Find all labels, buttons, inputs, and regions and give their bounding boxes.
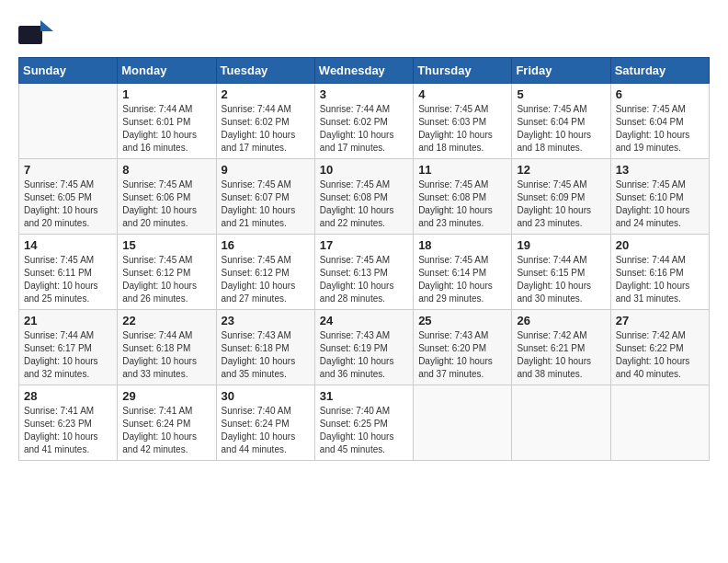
day-info: Sunrise: 7:43 AMSunset: 6:18 PMDaylight:… [222,329,310,381]
calendar-cell: 18Sunrise: 7:45 AMSunset: 6:14 PMDayligh… [414,235,512,310]
day-number: 27 [616,314,704,327]
day-info: Sunrise: 7:45 AMSunset: 6:09 PMDaylight:… [517,178,605,230]
day-header-friday: Friday [512,58,610,84]
day-info: Sunrise: 7:41 AMSunset: 6:23 PMDaylight:… [24,405,112,456]
page-header [18,18,710,48]
day-number: 7 [24,163,112,177]
day-number: 24 [320,314,408,327]
day-number: 21 [24,314,112,327]
day-info: Sunrise: 7:44 AMSunset: 6:18 PMDaylight:… [122,329,210,381]
day-number: 19 [517,238,605,252]
svg-marker-1 [40,20,53,31]
day-number: 15 [122,238,210,252]
calendar-table: SundayMondayTuesdayWednesdayThursdayFrid… [18,57,710,461]
calendar-cell: 5Sunrise: 7:45 AMSunset: 6:04 PMDaylight… [512,84,610,159]
day-number: 11 [418,163,506,177]
day-info: Sunrise: 7:42 AMSunset: 6:21 PMDaylight:… [517,329,605,381]
calendar-cell: 24Sunrise: 7:43 AMSunset: 6:19 PMDayligh… [314,310,413,385]
day-info: Sunrise: 7:45 AMSunset: 6:07 PMDaylight:… [222,178,310,230]
day-info: Sunrise: 7:45 AMSunset: 6:12 PMDaylight:… [222,254,310,305]
day-info: Sunrise: 7:45 AMSunset: 6:05 PMDaylight:… [24,178,112,230]
day-number: 8 [122,163,210,177]
calendar-cell: 26Sunrise: 7:42 AMSunset: 6:21 PMDayligh… [512,310,610,385]
day-info: Sunrise: 7:45 AMSunset: 6:12 PMDaylight:… [122,254,210,305]
day-number: 25 [418,314,506,327]
day-header-thursday: Thursday [414,58,512,84]
day-info: Sunrise: 7:44 AMSunset: 6:17 PMDaylight:… [24,329,112,381]
day-header-sunday: Sunday [19,58,118,84]
header-row: SundayMondayTuesdayWednesdayThursdayFrid… [19,58,710,84]
calendar-cell: 2Sunrise: 7:44 AMSunset: 6:02 PMDaylight… [216,84,314,159]
calendar-cell: 3Sunrise: 7:44 AMSunset: 6:02 PMDaylight… [314,84,413,159]
week-row-2: 7Sunrise: 7:45 AMSunset: 6:05 PMDaylight… [19,159,710,235]
day-number: 10 [320,163,408,177]
day-info: Sunrise: 7:45 AMSunset: 6:06 PMDaylight:… [122,178,210,230]
day-number: 30 [222,389,310,403]
day-info: Sunrise: 7:45 AMSunset: 6:08 PMDaylight:… [320,178,408,230]
day-header-saturday: Saturday [610,58,709,84]
calendar-cell: 20Sunrise: 7:44 AMSunset: 6:16 PMDayligh… [610,235,709,310]
calendar-cell: 23Sunrise: 7:43 AMSunset: 6:18 PMDayligh… [216,310,314,385]
day-number: 1 [122,87,210,101]
calendar-cell: 13Sunrise: 7:45 AMSunset: 6:10 PMDayligh… [610,159,709,235]
calendar-cell: 21Sunrise: 7:44 AMSunset: 6:17 PMDayligh… [19,310,118,385]
calendar-cell: 7Sunrise: 7:45 AMSunset: 6:05 PMDaylight… [19,159,118,235]
calendar-cell: 12Sunrise: 7:45 AMSunset: 6:09 PMDayligh… [512,159,610,235]
day-header-tuesday: Tuesday [216,58,314,84]
calendar-cell: 1Sunrise: 7:44 AMSunset: 6:01 PMDaylight… [118,84,216,159]
day-info: Sunrise: 7:40 AMSunset: 6:25 PMDaylight:… [320,405,408,456]
day-number: 12 [517,163,605,177]
day-number: 26 [517,314,605,327]
calendar-cell: 15Sunrise: 7:45 AMSunset: 6:12 PMDayligh… [118,235,216,310]
calendar-cell: 9Sunrise: 7:45 AMSunset: 6:07 PMDaylight… [216,159,314,235]
day-header-monday: Monday [118,58,216,84]
day-number: 9 [222,163,310,177]
day-number: 6 [616,87,704,101]
day-info: Sunrise: 7:45 AMSunset: 6:03 PMDaylight:… [418,103,506,155]
day-info: Sunrise: 7:44 AMSunset: 6:15 PMDaylight:… [517,254,605,305]
day-number: 5 [517,87,605,101]
day-info: Sunrise: 7:45 AMSunset: 6:10 PMDaylight:… [616,178,704,230]
calendar-cell: 4Sunrise: 7:45 AMSunset: 6:03 PMDaylight… [414,84,512,159]
day-info: Sunrise: 7:45 AMSunset: 6:14 PMDaylight:… [418,254,506,305]
calendar-cell [512,385,610,461]
day-number: 3 [320,87,408,101]
day-info: Sunrise: 7:44 AMSunset: 6:02 PMDaylight:… [222,103,310,155]
calendar-cell: 10Sunrise: 7:45 AMSunset: 6:08 PMDayligh… [314,159,413,235]
day-info: Sunrise: 7:45 AMSunset: 6:11 PMDaylight:… [24,254,112,305]
week-row-5: 28Sunrise: 7:41 AMSunset: 6:23 PMDayligh… [19,385,710,461]
calendar-cell [19,84,118,159]
week-row-3: 14Sunrise: 7:45 AMSunset: 6:11 PMDayligh… [19,235,710,310]
calendar-cell: 30Sunrise: 7:40 AMSunset: 6:24 PMDayligh… [216,385,314,461]
calendar-cell: 31Sunrise: 7:40 AMSunset: 6:25 PMDayligh… [314,385,413,461]
calendar-cell: 6Sunrise: 7:45 AMSunset: 6:04 PMDaylight… [610,84,709,159]
day-number: 18 [418,238,506,252]
calendar-cell: 27Sunrise: 7:42 AMSunset: 6:22 PMDayligh… [610,310,709,385]
day-number: 17 [320,238,408,252]
calendar-cell: 14Sunrise: 7:45 AMSunset: 6:11 PMDayligh… [19,235,118,310]
day-number: 22 [122,314,210,327]
week-row-1: 1Sunrise: 7:44 AMSunset: 6:01 PMDaylight… [19,84,710,159]
day-number: 13 [616,163,704,177]
calendar-cell: 25Sunrise: 7:43 AMSunset: 6:20 PMDayligh… [414,310,512,385]
day-info: Sunrise: 7:45 AMSunset: 6:08 PMDaylight:… [418,178,506,230]
calendar-cell: 17Sunrise: 7:45 AMSunset: 6:13 PMDayligh… [314,235,413,310]
calendar-cell: 8Sunrise: 7:45 AMSunset: 6:06 PMDaylight… [118,159,216,235]
day-info: Sunrise: 7:44 AMSunset: 6:01 PMDaylight:… [122,103,210,155]
day-info: Sunrise: 7:40 AMSunset: 6:24 PMDaylight:… [222,405,310,456]
calendar-cell: 19Sunrise: 7:44 AMSunset: 6:15 PMDayligh… [512,235,610,310]
day-info: Sunrise: 7:41 AMSunset: 6:24 PMDaylight:… [122,405,210,456]
day-number: 4 [418,87,506,101]
calendar-cell: 16Sunrise: 7:45 AMSunset: 6:12 PMDayligh… [216,235,314,310]
day-number: 31 [320,389,408,403]
day-number: 14 [24,238,112,252]
calendar-cell: 11Sunrise: 7:45 AMSunset: 6:08 PMDayligh… [414,159,512,235]
calendar-cell [414,385,512,461]
logo-icon [18,18,53,48]
day-number: 2 [222,87,310,101]
calendar-cell: 29Sunrise: 7:41 AMSunset: 6:24 PMDayligh… [118,385,216,461]
day-info: Sunrise: 7:45 AMSunset: 6:04 PMDaylight:… [517,103,605,155]
day-info: Sunrise: 7:45 AMSunset: 6:13 PMDaylight:… [320,254,408,305]
day-number: 16 [222,238,310,252]
logo [18,18,57,48]
